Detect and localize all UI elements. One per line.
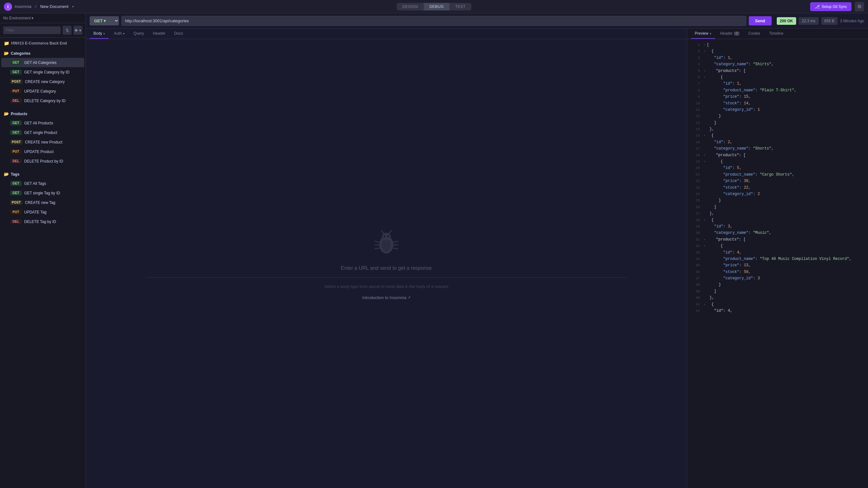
item-label: CREATE new Category bbox=[25, 80, 65, 84]
item-label: UPDATE Product bbox=[24, 149, 54, 154]
tags-header[interactable]: 📂 Tags bbox=[0, 170, 86, 178]
line-content: ] bbox=[705, 204, 865, 210]
tab-header[interactable]: Header bbox=[149, 29, 169, 39]
svg-line-3 bbox=[381, 230, 384, 233]
sidebar-item-delete-category[interactable]: DEL DELETE Category by ID bbox=[1, 96, 84, 105]
header-count-badge: 7 bbox=[734, 31, 740, 36]
git-sync-button[interactable]: ⎇ Setup Git Sync bbox=[810, 2, 851, 11]
json-key: "product_name": bbox=[723, 88, 758, 92]
sidebar-item-update-category[interactable]: PUT UPDATE Category bbox=[1, 87, 84, 96]
tab-preview[interactable]: Preview ▾ bbox=[691, 29, 715, 39]
collapse-arrow-icon: ▾ bbox=[704, 49, 706, 54]
tab-response-header[interactable]: Header 7 bbox=[716, 29, 743, 39]
sidebar-item-get-all-products[interactable]: GET GET All Products bbox=[1, 118, 84, 127]
sidebar-item-delete-product[interactable]: DEL DELETE Product by ID bbox=[1, 156, 84, 166]
line-content: } bbox=[705, 113, 865, 119]
tab-debug[interactable]: DEBUG bbox=[424, 3, 450, 10]
line-content: "id": 3, bbox=[705, 223, 865, 230]
line-content: "category_name": "Shorts", bbox=[705, 145, 865, 152]
send-button[interactable]: Send bbox=[749, 16, 772, 25]
json-key: "stock": bbox=[723, 185, 742, 190]
json-value: 2 bbox=[755, 192, 760, 196]
top-nav: I Insomnia / New Document ▾ DESIGN DEBUG… bbox=[0, 0, 868, 13]
line-number: 31 bbox=[690, 237, 700, 243]
item-label: GET All Tags bbox=[24, 181, 46, 186]
line-number: 4 bbox=[690, 61, 700, 67]
sidebar-item-get-single-tag[interactable]: GET GET single Tag by ID bbox=[1, 188, 84, 198]
method-badge-del: DEL bbox=[10, 98, 22, 103]
tags-section: 📂 Tags GET GET All Tags GET GET single T… bbox=[0, 168, 86, 228]
request-tabs-row: Body ▾ Auth ▾ Query Header Docs bbox=[86, 29, 687, 39]
json-line: 7 "id": 1, bbox=[687, 81, 868, 87]
json-line: 12 } bbox=[687, 113, 868, 119]
sidebar-item-create-category[interactable]: POST CREATE new Category bbox=[1, 77, 84, 86]
sort-button[interactable]: ⇅ bbox=[63, 26, 71, 35]
intro-insomnia-link[interactable]: Introduction to Insomnia ↗ bbox=[362, 295, 410, 300]
products-header[interactable]: 📂 Products bbox=[0, 109, 86, 118]
collapse-arrow-icon: ▾ bbox=[704, 42, 706, 48]
response-tabs-row: Preview ▾ Header 7 Cookie Timeline bbox=[687, 29, 868, 39]
sidebar-item-create-tag[interactable]: POST CREATE new Tag bbox=[1, 198, 84, 207]
sidebar-item-get-single-category[interactable]: GET GET single Category by ID bbox=[1, 67, 84, 77]
sidebar-item-delete-tag[interactable]: DEL DELETE Tag by ID bbox=[1, 217, 84, 226]
logo-initial: I bbox=[7, 4, 8, 9]
no-environment-label[interactable]: No Environment ▾ bbox=[3, 16, 33, 20]
filter-input[interactable] bbox=[3, 26, 61, 34]
sidebar-item-update-product[interactable]: PUT UPDATE Product bbox=[1, 147, 84, 156]
method-badge-get: GET bbox=[10, 191, 22, 195]
sidebar-item-get-single-product[interactable]: GET GET single Product bbox=[1, 128, 84, 137]
tab-body[interactable]: Body ▾ bbox=[90, 29, 109, 39]
doc-name-caret-icon[interactable]: ▾ bbox=[72, 5, 74, 8]
sidebar-item-get-all-categories[interactable]: GET GET All Categories bbox=[1, 58, 84, 67]
json-line: 14 }, bbox=[687, 126, 868, 132]
tab-test[interactable]: TEST bbox=[450, 3, 471, 10]
json-line: 4 "category_name": "Shirts", bbox=[687, 61, 868, 67]
sidebar-item-update-tag[interactable]: PUT UPDATE Tag bbox=[1, 207, 84, 217]
line-number: 30 bbox=[690, 230, 700, 236]
tab-docs[interactable]: Docs bbox=[170, 29, 187, 39]
line-number: 13 bbox=[690, 120, 700, 126]
json-line: 21 "product_name": "Cargo Shorts", bbox=[687, 171, 868, 178]
line-content: { bbox=[707, 132, 865, 139]
tab-design[interactable]: DESIGN bbox=[397, 3, 424, 10]
tab-cookie[interactable]: Cookie bbox=[745, 29, 764, 39]
sidebar-item-create-product[interactable]: POST CREATE new Product bbox=[1, 137, 84, 147]
json-value: "Top 40 Music Compilation Vinyl Record", bbox=[758, 257, 851, 261]
settings-button[interactable]: ⚙ bbox=[855, 2, 864, 11]
response-time: 22.3 ms bbox=[799, 17, 819, 25]
categories-header[interactable]: 📂 Categories bbox=[0, 49, 86, 58]
json-line: 3 "id": 1, bbox=[687, 55, 868, 61]
nav-tabs: DESIGN DEBUG TEST bbox=[397, 3, 471, 10]
json-value: 1, bbox=[735, 81, 742, 86]
json-value: 5, bbox=[735, 166, 742, 170]
svg-line-12 bbox=[393, 248, 398, 249]
item-label: CREATE new Tag bbox=[25, 200, 55, 205]
json-key: "stock": bbox=[723, 101, 742, 106]
json-line: 34 "product_name": "Top 40 Music Compila… bbox=[687, 256, 868, 262]
line-content: "category_id": 2 bbox=[705, 191, 865, 197]
json-line: 13 ] bbox=[687, 120, 868, 126]
line-content: "category_name": "Shirts", bbox=[705, 61, 865, 67]
json-key: "product_name": bbox=[723, 172, 758, 177]
tab-query[interactable]: Query bbox=[130, 29, 148, 39]
url-input[interactable] bbox=[121, 16, 746, 26]
products-section: 📂 Products GET GET All Products GET GET … bbox=[0, 108, 86, 168]
method-select[interactable]: GET ▾ POST PUT DELETE bbox=[90, 16, 119, 25]
tab-auth[interactable]: Auth ▾ bbox=[110, 29, 128, 39]
external-link-icon: ↗ bbox=[408, 295, 410, 300]
app-logo-circle: I bbox=[4, 3, 12, 11]
line-content: "id": 1, bbox=[705, 55, 865, 61]
collapse-arrow-icon: ▾ bbox=[704, 243, 706, 249]
json-line: 9 "price": 15, bbox=[687, 93, 868, 100]
collapse-arrow-icon: ▾ bbox=[704, 237, 706, 242]
sidebar-item-get-all-tags[interactable]: GET GET All Tags bbox=[1, 179, 84, 188]
line-number: 14 bbox=[690, 126, 700, 132]
json-line: 41▾ { bbox=[687, 301, 868, 308]
json-line: 36 "stock": 50, bbox=[687, 269, 868, 275]
add-button[interactable]: ✚ ▾ bbox=[73, 26, 82, 35]
tab-timeline[interactable]: Timeline bbox=[765, 29, 787, 39]
json-key: "price": bbox=[723, 94, 742, 99]
line-number: 20 bbox=[690, 165, 700, 171]
nav-right: ⎇ Setup Git Sync ⚙ bbox=[810, 2, 864, 11]
line-content: { bbox=[707, 159, 865, 165]
